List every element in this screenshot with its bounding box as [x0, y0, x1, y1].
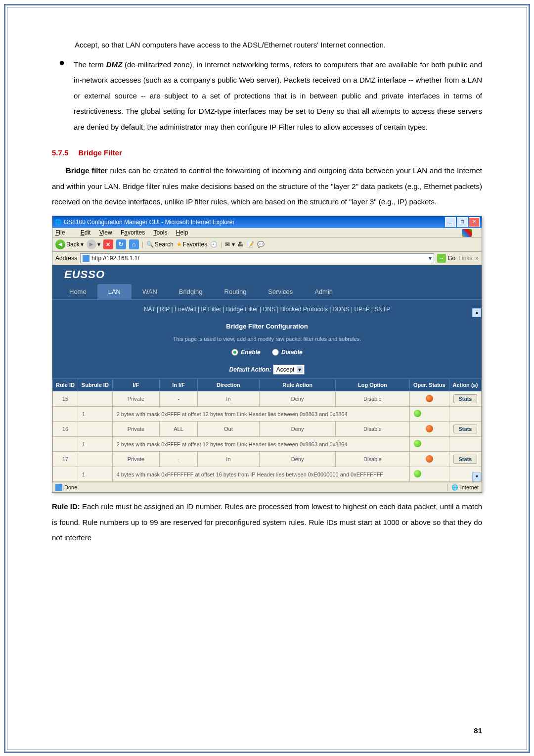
- page-icon: [83, 255, 89, 262]
- rule-id-paragraph: Rule ID: Each rule must be assigned an I…: [52, 499, 482, 546]
- scroll-up-icon[interactable]: ▴: [472, 308, 481, 317]
- accept-paragraph: Accept, so that LAN computers have acces…: [75, 37, 482, 53]
- menu-edit[interactable]: Edit: [81, 229, 91, 236]
- status-dot-icon: [426, 395, 433, 402]
- discuss-button[interactable]: 💬: [257, 241, 265, 248]
- links-label[interactable]: Links: [458, 255, 472, 262]
- th-oper-status: Oper. Status: [409, 379, 449, 391]
- ie-title: GS8100 Configuration Manager GUI - Micro…: [64, 219, 235, 226]
- minimize-button[interactable]: _: [445, 217, 456, 227]
- ie-toolbar: ◄Back ▾ ► ▾ × ↻ ⌂ | 🔍Search ★Favorites 🕘…: [52, 237, 482, 252]
- maximize-button[interactable]: □: [457, 217, 468, 227]
- table-row: 15 Private- InDeny Disable Stats: [53, 391, 482, 407]
- th-in-if: In I/F: [160, 379, 198, 391]
- address-label: Address: [55, 255, 77, 262]
- menu-help[interactable]: Help: [176, 229, 188, 236]
- print-button[interactable]: 🖶: [238, 241, 244, 248]
- bridge-filter-paragraph: Bridge filter rules can be created to co…: [52, 163, 482, 210]
- dmz-paragraph: The term DMZ (de-militarized zone), in I…: [74, 57, 482, 135]
- address-input[interactable]: http://192.168.1.1/ ▾: [80, 253, 434, 263]
- status-dot-icon: [414, 470, 421, 477]
- tab-services[interactable]: Services: [257, 284, 304, 299]
- ie-window: 🌐 GS8100 Configuration Manager GUI - Mic…: [52, 216, 482, 493]
- nav-tabs: Home LAN WAN Bridging Routing Services A…: [52, 284, 482, 299]
- table-row: 17 Private- InDeny Disable Stats: [53, 452, 482, 467]
- stop-button[interactable]: ×: [103, 239, 113, 249]
- tab-wan[interactable]: WAN: [132, 284, 168, 299]
- tab-home[interactable]: Home: [58, 284, 97, 299]
- subnav[interactable]: NAT | RIP | FireWall | IP Filter | Bridg…: [52, 299, 482, 319]
- table-row: 1 2 bytes with mask 0xFFFF at offset 12 …: [53, 407, 482, 422]
- status-dot-icon: [414, 440, 421, 447]
- close-button[interactable]: ✕: [469, 217, 480, 227]
- tab-routing[interactable]: Routing: [214, 284, 258, 299]
- default-action-select[interactable]: Accept: [273, 365, 305, 375]
- bullet-dot: ●: [59, 57, 65, 135]
- rules-table: Rule ID Subrule ID I/F In I/F Direction …: [52, 378, 482, 482]
- th-if: I/F: [112, 379, 160, 391]
- default-action: Default Action: Accept: [52, 361, 482, 378]
- th-log-option: Log Option: [336, 379, 410, 391]
- stats-button[interactable]: Stats: [453, 425, 478, 433]
- disable-radio[interactable]: Disable: [272, 349, 303, 356]
- th-actions: Action (s): [449, 379, 481, 391]
- windows-flag-icon: [462, 229, 472, 237]
- menu-favorites[interactable]: Favorites: [121, 229, 145, 236]
- edit-button[interactable]: 📝: [247, 241, 254, 248]
- th-rule-action: Rule Action: [260, 379, 336, 391]
- section-heading: 5.7.5Bridge Filter: [52, 148, 482, 157]
- ie-statusbar: Done 🌐Internet: [52, 482, 482, 492]
- internet-zone-icon: 🌐: [451, 484, 458, 491]
- home-button[interactable]: ⌂: [129, 239, 139, 249]
- tab-admin[interactable]: Admin: [304, 284, 344, 299]
- menu-view[interactable]: View: [99, 229, 112, 236]
- status-dot-icon: [426, 455, 433, 463]
- status-dot-icon: [426, 425, 433, 432]
- table-row: 1 4 bytes with mask 0xFFFFFFFF at offset…: [53, 467, 482, 482]
- ie-menubar: File Edit View Favorites Tools Help: [52, 228, 482, 237]
- table-row: 16 PrivateALL OutDeny Disable Stats: [53, 422, 482, 437]
- config-subtext: This page is used to view, add and modif…: [52, 334, 482, 344]
- stats-button[interactable]: Stats: [453, 394, 478, 403]
- favorites-button[interactable]: ★Favorites: [177, 241, 207, 248]
- back-button[interactable]: ◄Back ▾: [55, 239, 84, 249]
- table-row: 1 2 bytes with mask 0xFFFF at offset 12 …: [53, 437, 482, 452]
- forward-button[interactable]: ► ▾: [87, 239, 100, 249]
- menu-file[interactable]: File: [55, 229, 72, 236]
- ie-icon: 🌐: [54, 219, 62, 226]
- tab-lan[interactable]: LAN: [97, 284, 132, 299]
- eusso-logo: EUSSO: [52, 265, 482, 284]
- router-page: EUSSO Home LAN WAN Bridging Routing Serv…: [52, 265, 482, 482]
- th-subrule-id: Subrule ID: [78, 379, 113, 391]
- refresh-button[interactable]: ↻: [116, 239, 126, 249]
- status-dot-icon: [414, 410, 421, 417]
- config-header: Bridge Filter Configuration: [52, 319, 482, 334]
- th-direction: Direction: [197, 379, 259, 391]
- enable-radio[interactable]: Enable: [231, 349, 260, 356]
- mail-button[interactable]: ✉ ▾: [225, 241, 234, 248]
- stats-button[interactable]: Stats: [453, 455, 478, 464]
- ie-addressbar: Address http://192.168.1.1/ ▾ →Go Links …: [52, 252, 482, 265]
- ie-titlebar: 🌐 GS8100 Configuration Manager GUI - Mic…: [52, 216, 482, 228]
- search-button[interactable]: 🔍Search: [146, 241, 174, 248]
- tab-bridging[interactable]: Bridging: [168, 284, 214, 299]
- config-options: Enable Disable: [52, 344, 482, 361]
- page-number: 81: [474, 726, 482, 735]
- th-rule-id: Rule ID: [53, 379, 78, 391]
- history-button[interactable]: 🕘: [210, 241, 218, 248]
- page-icon: [55, 484, 62, 491]
- scroll-down-icon[interactable]: ▾: [472, 472, 481, 481]
- menu-tools[interactable]: Tools: [153, 229, 167, 236]
- go-button[interactable]: →Go: [437, 254, 455, 263]
